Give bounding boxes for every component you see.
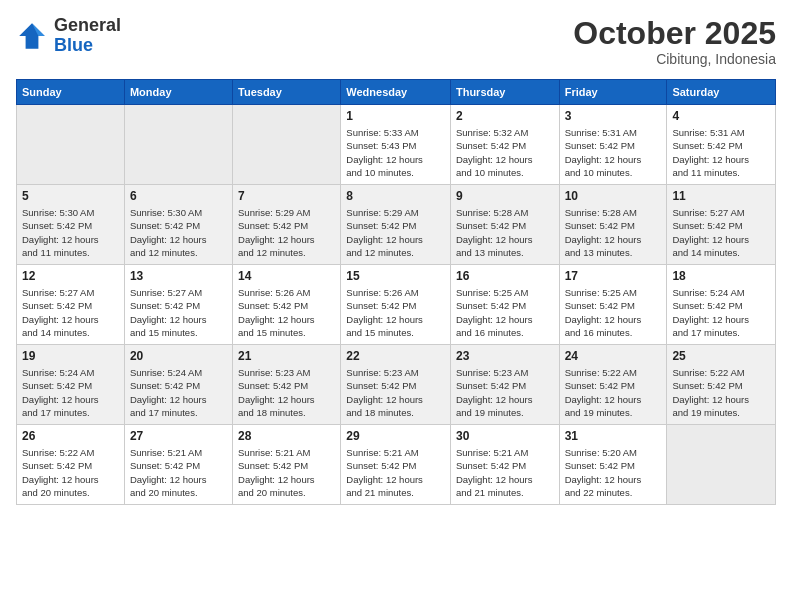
day-cell-20: 20Sunrise: 5:24 AM Sunset: 5:42 PM Dayli… <box>124 345 232 425</box>
week-row-5: 26Sunrise: 5:22 AM Sunset: 5:42 PM Dayli… <box>17 425 776 505</box>
empty-cell <box>667 425 776 505</box>
day-number: 29 <box>346 429 445 443</box>
day-number: 2 <box>456 109 554 123</box>
weekday-header-tuesday: Tuesday <box>233 80 341 105</box>
day-info: Sunrise: 5:21 AM Sunset: 5:42 PM Dayligh… <box>456 446 554 499</box>
day-number: 18 <box>672 269 770 283</box>
title-block: October 2025 Cibitung, Indonesia <box>573 16 776 67</box>
weekday-header-thursday: Thursday <box>450 80 559 105</box>
day-cell-9: 9Sunrise: 5:28 AM Sunset: 5:42 PM Daylig… <box>450 185 559 265</box>
subtitle: Cibitung, Indonesia <box>573 51 776 67</box>
day-cell-26: 26Sunrise: 5:22 AM Sunset: 5:42 PM Dayli… <box>17 425 125 505</box>
day-info: Sunrise: 5:31 AM Sunset: 5:42 PM Dayligh… <box>565 126 662 179</box>
day-number: 21 <box>238 349 335 363</box>
day-info: Sunrise: 5:27 AM Sunset: 5:42 PM Dayligh… <box>22 286 119 339</box>
empty-cell <box>124 105 232 185</box>
weekday-header-sunday: Sunday <box>17 80 125 105</box>
day-info: Sunrise: 5:31 AM Sunset: 5:42 PM Dayligh… <box>672 126 770 179</box>
day-number: 12 <box>22 269 119 283</box>
day-number: 8 <box>346 189 445 203</box>
day-info: Sunrise: 5:23 AM Sunset: 5:42 PM Dayligh… <box>238 366 335 419</box>
day-info: Sunrise: 5:27 AM Sunset: 5:42 PM Dayligh… <box>672 206 770 259</box>
logo: General Blue <box>16 16 121 56</box>
day-number: 13 <box>130 269 227 283</box>
day-cell-15: 15Sunrise: 5:26 AM Sunset: 5:42 PM Dayli… <box>341 265 451 345</box>
week-row-1: 1Sunrise: 5:33 AM Sunset: 5:43 PM Daylig… <box>17 105 776 185</box>
day-number: 25 <box>672 349 770 363</box>
weekday-header-row: SundayMondayTuesdayWednesdayThursdayFrid… <box>17 80 776 105</box>
day-cell-19: 19Sunrise: 5:24 AM Sunset: 5:42 PM Dayli… <box>17 345 125 425</box>
day-cell-14: 14Sunrise: 5:26 AM Sunset: 5:42 PM Dayli… <box>233 265 341 345</box>
day-info: Sunrise: 5:24 AM Sunset: 5:42 PM Dayligh… <box>672 286 770 339</box>
day-number: 6 <box>130 189 227 203</box>
day-cell-29: 29Sunrise: 5:21 AM Sunset: 5:42 PM Dayli… <box>341 425 451 505</box>
day-number: 28 <box>238 429 335 443</box>
day-cell-6: 6Sunrise: 5:30 AM Sunset: 5:42 PM Daylig… <box>124 185 232 265</box>
day-info: Sunrise: 5:23 AM Sunset: 5:42 PM Dayligh… <box>456 366 554 419</box>
day-cell-23: 23Sunrise: 5:23 AM Sunset: 5:42 PM Dayli… <box>450 345 559 425</box>
day-number: 23 <box>456 349 554 363</box>
empty-cell <box>233 105 341 185</box>
day-info: Sunrise: 5:23 AM Sunset: 5:42 PM Dayligh… <box>346 366 445 419</box>
day-info: Sunrise: 5:25 AM Sunset: 5:42 PM Dayligh… <box>565 286 662 339</box>
day-number: 10 <box>565 189 662 203</box>
day-info: Sunrise: 5:33 AM Sunset: 5:43 PM Dayligh… <box>346 126 445 179</box>
day-info: Sunrise: 5:27 AM Sunset: 5:42 PM Dayligh… <box>130 286 227 339</box>
day-info: Sunrise: 5:30 AM Sunset: 5:42 PM Dayligh… <box>130 206 227 259</box>
day-number: 7 <box>238 189 335 203</box>
day-info: Sunrise: 5:25 AM Sunset: 5:42 PM Dayligh… <box>456 286 554 339</box>
week-row-4: 19Sunrise: 5:24 AM Sunset: 5:42 PM Dayli… <box>17 345 776 425</box>
day-cell-8: 8Sunrise: 5:29 AM Sunset: 5:42 PM Daylig… <box>341 185 451 265</box>
day-cell-27: 27Sunrise: 5:21 AM Sunset: 5:42 PM Dayli… <box>124 425 232 505</box>
day-cell-16: 16Sunrise: 5:25 AM Sunset: 5:42 PM Dayli… <box>450 265 559 345</box>
day-cell-31: 31Sunrise: 5:20 AM Sunset: 5:42 PM Dayli… <box>559 425 667 505</box>
logo-icon <box>16 20 48 52</box>
day-number: 17 <box>565 269 662 283</box>
day-number: 3 <box>565 109 662 123</box>
day-info: Sunrise: 5:30 AM Sunset: 5:42 PM Dayligh… <box>22 206 119 259</box>
empty-cell <box>17 105 125 185</box>
day-cell-5: 5Sunrise: 5:30 AM Sunset: 5:42 PM Daylig… <box>17 185 125 265</box>
day-cell-7: 7Sunrise: 5:29 AM Sunset: 5:42 PM Daylig… <box>233 185 341 265</box>
day-number: 16 <box>456 269 554 283</box>
day-cell-12: 12Sunrise: 5:27 AM Sunset: 5:42 PM Dayli… <box>17 265 125 345</box>
day-info: Sunrise: 5:22 AM Sunset: 5:42 PM Dayligh… <box>565 366 662 419</box>
day-info: Sunrise: 5:29 AM Sunset: 5:42 PM Dayligh… <box>346 206 445 259</box>
day-info: Sunrise: 5:26 AM Sunset: 5:42 PM Dayligh… <box>238 286 335 339</box>
day-number: 15 <box>346 269 445 283</box>
day-info: Sunrise: 5:32 AM Sunset: 5:42 PM Dayligh… <box>456 126 554 179</box>
day-info: Sunrise: 5:26 AM Sunset: 5:42 PM Dayligh… <box>346 286 445 339</box>
month-title: October 2025 <box>573 16 776 51</box>
day-cell-28: 28Sunrise: 5:21 AM Sunset: 5:42 PM Dayli… <box>233 425 341 505</box>
day-cell-11: 11Sunrise: 5:27 AM Sunset: 5:42 PM Dayli… <box>667 185 776 265</box>
day-info: Sunrise: 5:21 AM Sunset: 5:42 PM Dayligh… <box>130 446 227 499</box>
day-info: Sunrise: 5:20 AM Sunset: 5:42 PM Dayligh… <box>565 446 662 499</box>
day-number: 11 <box>672 189 770 203</box>
day-number: 1 <box>346 109 445 123</box>
week-row-3: 12Sunrise: 5:27 AM Sunset: 5:42 PM Dayli… <box>17 265 776 345</box>
day-cell-1: 1Sunrise: 5:33 AM Sunset: 5:43 PM Daylig… <box>341 105 451 185</box>
day-info: Sunrise: 5:24 AM Sunset: 5:42 PM Dayligh… <box>130 366 227 419</box>
day-number: 27 <box>130 429 227 443</box>
day-number: 5 <box>22 189 119 203</box>
day-info: Sunrise: 5:28 AM Sunset: 5:42 PM Dayligh… <box>456 206 554 259</box>
day-info: Sunrise: 5:22 AM Sunset: 5:42 PM Dayligh… <box>672 366 770 419</box>
logo-text: General Blue <box>54 16 121 56</box>
day-info: Sunrise: 5:24 AM Sunset: 5:42 PM Dayligh… <box>22 366 119 419</box>
weekday-header-friday: Friday <box>559 80 667 105</box>
day-cell-17: 17Sunrise: 5:25 AM Sunset: 5:42 PM Dayli… <box>559 265 667 345</box>
day-number: 4 <box>672 109 770 123</box>
day-cell-22: 22Sunrise: 5:23 AM Sunset: 5:42 PM Dayli… <box>341 345 451 425</box>
day-info: Sunrise: 5:21 AM Sunset: 5:42 PM Dayligh… <box>238 446 335 499</box>
day-cell-18: 18Sunrise: 5:24 AM Sunset: 5:42 PM Dayli… <box>667 265 776 345</box>
day-info: Sunrise: 5:29 AM Sunset: 5:42 PM Dayligh… <box>238 206 335 259</box>
day-info: Sunrise: 5:22 AM Sunset: 5:42 PM Dayligh… <box>22 446 119 499</box>
day-cell-24: 24Sunrise: 5:22 AM Sunset: 5:42 PM Dayli… <box>559 345 667 425</box>
day-info: Sunrise: 5:21 AM Sunset: 5:42 PM Dayligh… <box>346 446 445 499</box>
day-info: Sunrise: 5:28 AM Sunset: 5:42 PM Dayligh… <box>565 206 662 259</box>
day-number: 20 <box>130 349 227 363</box>
day-cell-13: 13Sunrise: 5:27 AM Sunset: 5:42 PM Dayli… <box>124 265 232 345</box>
day-cell-2: 2Sunrise: 5:32 AM Sunset: 5:42 PM Daylig… <box>450 105 559 185</box>
day-number: 9 <box>456 189 554 203</box>
day-cell-3: 3Sunrise: 5:31 AM Sunset: 5:42 PM Daylig… <box>559 105 667 185</box>
